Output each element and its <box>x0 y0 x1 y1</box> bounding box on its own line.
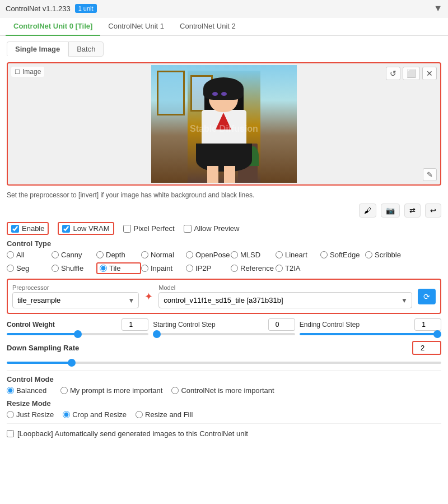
ct-mlsd[interactable]: MLSD <box>231 251 276 259</box>
resize-mode-options: Just Resize Crop and Resize Resize and F… <box>7 410 441 419</box>
control-type-label: Control Type <box>7 239 441 248</box>
sliders-header-row: Control Weight Starting Control Step End… <box>7 318 441 331</box>
main-tabs: ControlNet Unit 0 [Tile] ControlNet Unit… <box>0 17 448 36</box>
divider-2 <box>7 423 441 424</box>
ct-tile[interactable]: Tile <box>96 262 141 274</box>
ct-reference[interactable]: Reference <box>231 262 276 274</box>
image-label: ☐ Image <box>11 67 44 77</box>
pixel-perfect-label: Pixel Perfect <box>134 224 175 233</box>
sliders-row <box>7 333 441 335</box>
ending-step-input[interactable] <box>414 318 441 331</box>
ct-normal[interactable]: Normal <box>141 251 186 259</box>
ct-all[interactable]: All <box>7 251 52 259</box>
model-select-wrapper: control_v11f1e_sd15_tile [a371b31b] ▼ <box>158 292 412 308</box>
enable-label: Enable <box>22 224 44 233</box>
enable-checkbox[interactable] <box>11 225 19 233</box>
tab-unit0[interactable]: ControlNet Unit 0 [Tile] <box>6 17 100 36</box>
down-sampling-input[interactable] <box>412 341 441 355</box>
ct-ip2p[interactable]: IP2P <box>186 262 231 274</box>
starting-step-header: Starting Control Step <box>153 321 215 329</box>
control-mode-options: Balanced My prompt is more important Con… <box>7 386 441 395</box>
ct-shuffle[interactable]: Shuffle <box>52 262 96 274</box>
collapse-icon[interactable]: ▼ <box>433 3 442 13</box>
camera-icon[interactable]: 📷 <box>381 204 400 218</box>
sync-button[interactable]: ⟳ <box>418 289 436 304</box>
loopback-label: [Loopback] Automatically send generated … <box>17 429 248 438</box>
ct-openpose[interactable]: OpenPose <box>186 251 231 259</box>
image-controls: ↺ ⬜ ✕ <box>386 67 437 80</box>
down-sampling-slider[interactable] <box>7 362 441 364</box>
unit-count-badge: 1 unit <box>75 4 97 13</box>
pixel-perfect-checkbox-label[interactable]: Pixel Perfect <box>123 224 175 233</box>
control-type-options: All Canny Depth Normal OpenPose MLSD Lin… <box>7 251 441 274</box>
control-weight-input[interactable] <box>122 318 148 331</box>
resize-mode-label: Resize Mode <box>7 399 441 408</box>
control-weight-slider[interactable] <box>7 333 148 335</box>
hint-text: Set the preprocessor to [invert] if your… <box>7 191 441 199</box>
tab-unit2[interactable]: ControlNet Unit 2 <box>172 17 244 36</box>
loopback-row: [Loopback] Automatically send generated … <box>7 429 441 438</box>
low-vram-checkbox[interactable] <box>62 225 70 233</box>
cm-prompt-important[interactable]: My prompt is more important <box>60 386 162 395</box>
ct-lineart[interactable]: Lineart <box>276 251 320 259</box>
ct-t2ia[interactable]: T2IA <box>276 262 320 274</box>
star-icon[interactable]: ✦ <box>144 290 153 303</box>
subtab-batch[interactable]: Batch <box>68 41 104 57</box>
model-label: Model <box>158 284 412 291</box>
allow-preview-checkbox-label[interactable]: Allow Preview <box>184 224 240 233</box>
low-vram-checkbox-label[interactable]: Low VRAM <box>58 222 114 235</box>
rm-resize-fill[interactable]: Resize and Fill <box>136 410 193 419</box>
low-vram-label: Low VRAM <box>73 224 109 233</box>
ct-depth[interactable]: Depth <box>96 251 141 259</box>
paint-icon[interactable]: 🖌 <box>359 204 376 218</box>
close-image-button[interactable]: ✕ <box>422 67 437 80</box>
preprocessor-model-row: Preprocessor tile_resample tile_colorfix… <box>7 279 441 314</box>
down-sampling-section: Down Sampling Rate <box>7 341 441 366</box>
ct-inpaint[interactable]: Inpaint <box>141 262 186 274</box>
control-mode-label: Control Mode <box>7 375 441 383</box>
image-upload-area[interactable]: ☐ Image ↺ ⬜ ✕ <box>7 62 441 186</box>
rotate-button[interactable]: ↺ <box>386 67 400 80</box>
control-mode-section: Control Mode Balanced My prompt is more … <box>7 375 441 395</box>
ct-seg[interactable]: Seg <box>7 262 52 274</box>
edit-image-button[interactable]: ✎ <box>423 168 437 181</box>
preprocessor-select[interactable]: tile_resample tile_colorfix tile_colorfi… <box>12 292 139 308</box>
ending-step-header: Ending Control Step <box>300 321 360 329</box>
ct-scribble[interactable]: Scribble <box>365 251 410 259</box>
top-bar: ControlNet v1.1.233 1 unit ▼ <box>0 0 448 17</box>
control-weight-header: Control Weight <box>7 321 55 329</box>
main-content: Single Image Batch ☐ Image ↺ ⬜ ✕ <box>0 36 448 443</box>
checkboxes-row: Enable Low VRAM Pixel Perfect Allow Prev… <box>7 222 441 235</box>
fullscreen-button[interactable]: ⬜ <box>403 67 420 80</box>
loopback-checkbox[interactable] <box>7 430 14 437</box>
rm-just-resize[interactable]: Just Resize <box>7 410 54 419</box>
app-title: ControlNet v1.1.233 <box>6 4 71 13</box>
starting-step-input[interactable] <box>268 318 295 331</box>
down-sampling-label: Down Sampling Rate <box>7 344 79 352</box>
ending-step-slider[interactable] <box>300 333 441 335</box>
ct-canny[interactable]: Canny <box>52 251 96 259</box>
swap-icon[interactable]: ⇄ <box>404 204 421 218</box>
preprocessor-label: Preprocessor <box>12 284 139 291</box>
tab-unit1[interactable]: ControlNet Unit 1 <box>100 17 172 36</box>
allow-preview-checkbox[interactable] <box>184 225 192 233</box>
resize-section: Resize Mode Just Resize Crop and Resize … <box>7 399 441 419</box>
divider-1 <box>7 370 441 371</box>
starting-step-slider[interactable] <box>153 333 295 335</box>
cm-balanced[interactable]: Balanced <box>7 386 52 395</box>
allow-preview-label: Allow Preview <box>194 224 240 233</box>
rm-crop-resize[interactable]: Crop and Resize <box>63 410 127 419</box>
ct-softedge[interactable]: SoftEdge <box>320 251 365 259</box>
cm-controlnet-important[interactable]: ControlNet is more important <box>171 386 274 395</box>
action-icons: 🖌 📷 ⇄ ↩ <box>7 204 441 218</box>
model-select[interactable]: control_v11f1e_sd15_tile [a371b31b] <box>158 292 412 308</box>
undo-icon[interactable]: ↩ <box>425 204 441 218</box>
pixel-perfect-checkbox[interactable] <box>123 225 131 233</box>
subtab-single-image[interactable]: Single Image <box>7 41 68 57</box>
preprocessor-select-wrapper: tile_resample tile_colorfix tile_colorfi… <box>12 292 139 308</box>
subtabs-row: Single Image Batch <box>7 41 441 57</box>
enable-checkbox-label[interactable]: Enable <box>7 222 49 235</box>
